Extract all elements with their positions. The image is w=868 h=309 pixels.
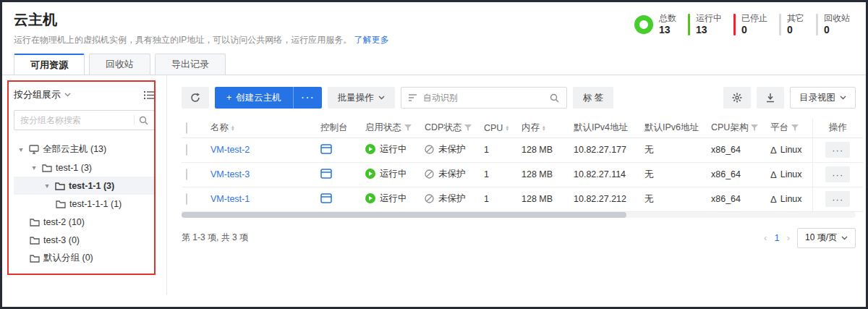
- search-icon[interactable]: [550, 93, 559, 103]
- select-all-checkbox[interactable]: [186, 122, 187, 134]
- row-checkbox[interactable]: [186, 169, 187, 180]
- refresh-icon: [190, 93, 200, 103]
- donut-chart-icon: [634, 15, 653, 34]
- header-left: 云主机 运行在物理机上的虚拟机实例，具有独立的IP地址，可以访问公共网络，运行应…: [14, 10, 389, 46]
- page-size-select[interactable]: 10 项/页: [797, 228, 856, 248]
- sort-icon[interactable]: ▴▾: [542, 125, 545, 131]
- table-row: VM-test-1 运行中 未保护 1 128 MB 10.82.27.212 …: [182, 187, 863, 211]
- cpu-value: 1: [484, 194, 489, 204]
- expand-arrow-icon[interactable]: ▾: [30, 164, 38, 172]
- tree-item-test-2[interactable]: test-2 (10): [14, 213, 155, 231]
- search-icon[interactable]: [139, 116, 148, 125]
- console-icon[interactable]: [320, 169, 332, 179]
- group-search-input[interactable]: [20, 115, 129, 125]
- create-vm-button[interactable]: + 创建云主机: [215, 87, 293, 109]
- memory-value: 128 MB: [522, 145, 553, 155]
- platform-value: Linux: [780, 194, 802, 204]
- col-cpu: CPU: [484, 123, 503, 133]
- vm-name-link[interactable]: VM-test-1: [210, 194, 250, 204]
- status-text: 运行中: [380, 192, 407, 205]
- filter-icon[interactable]: [791, 124, 799, 131]
- linux-icon: Δ: [770, 145, 777, 156]
- horizontal-scrollbar[interactable]: [182, 212, 856, 218]
- sort-icon[interactable]: ▴▾: [506, 125, 509, 131]
- stat-total: 总数 13: [634, 13, 676, 37]
- platform-value: Linux: [780, 169, 802, 179]
- folder-icon: [30, 236, 40, 245]
- learn-more-link[interactable]: 了解更多: [354, 35, 389, 45]
- table-row: VM-test-3 运行中 未保护 1 128 MB 10.82.27.114 …: [182, 162, 863, 187]
- status-text: 运行中: [380, 143, 407, 156]
- col-ipv6: 默认IPv6地址: [644, 122, 699, 132]
- chevron-down-icon: [841, 236, 848, 240]
- settings-button[interactable]: [723, 87, 751, 109]
- tree-item-test-3[interactable]: test-3 (0): [14, 231, 155, 249]
- create-vm-label: 创建云主机: [236, 92, 281, 104]
- group-mode-dropdown[interactable]: 按分组展示: [14, 88, 71, 101]
- chevron-down-icon: [378, 96, 385, 100]
- refresh-button[interactable]: [182, 87, 209, 109]
- tree-item-label: 默认分组 (0): [43, 252, 93, 264]
- linux-icon: Δ: [770, 194, 777, 205]
- page-number[interactable]: 1: [774, 232, 779, 243]
- tree-item-default-group[interactable]: 默认分组 (0): [14, 249, 155, 267]
- row-checkbox[interactable]: [186, 144, 187, 156]
- tree-item-test-1-1-1[interactable]: test-1-1-1 (1): [14, 195, 155, 213]
- view-mode-label: 目录视图: [799, 92, 835, 104]
- group-tree: ▾ 全部云主机 (13) ▾ test-1 (3) ▾ test-1-1 (3)…: [14, 140, 155, 267]
- list-view-icon[interactable]: [144, 90, 155, 100]
- sort-icon[interactable]: ▴▾: [231, 125, 234, 131]
- tab-recycle-bin[interactable]: 回收站: [89, 54, 150, 75]
- ipv6-value: 无: [644, 194, 654, 204]
- tree-item-test-1[interactable]: ▾ test-1 (3): [14, 158, 155, 177]
- vm-name-link[interactable]: VM-test-3: [210, 169, 250, 179]
- create-vm-split-button: + 创建云主机 ···: [215, 87, 322, 109]
- memory-value: 128 MB: [522, 169, 553, 179]
- batch-actions-dropdown[interactable]: 批量操作: [328, 87, 395, 109]
- expand-arrow-icon[interactable]: ▾: [17, 145, 25, 153]
- scrollbar-thumb[interactable]: [182, 212, 626, 218]
- unprotected-icon: [425, 145, 434, 154]
- tab-available-resources[interactable]: 可用资源: [14, 54, 85, 75]
- stat-recycle: 回收站 0: [816, 13, 850, 37]
- tree-item-all-vms[interactable]: ▾ 全部云主机 (13): [14, 140, 155, 158]
- col-platform: 平台: [770, 122, 788, 134]
- unprotected-icon: [425, 169, 434, 179]
- table-row: VM-test-2 运行中 未保护 1 128 MB 10.82.27.177 …: [182, 137, 863, 162]
- row-actions-button[interactable]: ···: [825, 191, 850, 207]
- tree-item-test-1-1[interactable]: ▾ test-1-1 (3): [14, 177, 155, 195]
- console-icon[interactable]: [320, 144, 332, 154]
- create-more-button[interactable]: ···: [293, 87, 322, 109]
- group-sidebar: 按分组展示 ▾ 全部云主机 (13): [2, 75, 167, 295]
- col-console: 控制台: [320, 122, 348, 132]
- tag-button[interactable]: 标 签: [573, 87, 613, 109]
- expand-arrow-icon[interactable]: ▾: [43, 182, 51, 190]
- download-button[interactable]: [757, 87, 784, 109]
- tree-item-label: test-1-1-1 (1): [69, 199, 122, 209]
- filter-icon[interactable]: [751, 124, 758, 131]
- stat-other-value: 0: [787, 24, 804, 37]
- table-header-row: 名称▴▾ 控制台 启用状态 CDP状态 CPU▴▾ 内存▴▾ 默认IPv4地址 …: [182, 119, 863, 137]
- download-icon: [765, 93, 775, 103]
- cpu-value: 1: [484, 169, 489, 179]
- filter-icon[interactable]: [464, 124, 472, 131]
- subtitle-text: 运行在物理机上的虚拟机实例，具有独立的IP地址，可以访问公共网络，运行应用服务。: [14, 35, 352, 45]
- stopped-bar-icon: [733, 14, 736, 35]
- monitor-icon: [29, 145, 39, 154]
- unprotected-icon: [425, 194, 434, 203]
- filter-icon[interactable]: [404, 124, 412, 131]
- tab-export-records[interactable]: 导出记录: [155, 54, 226, 75]
- row-actions-button[interactable]: ···: [825, 142, 850, 158]
- row-checkbox[interactable]: [186, 193, 187, 205]
- page-size-label: 10 项/页: [805, 232, 837, 244]
- view-mode-dropdown[interactable]: 目录视图: [790, 87, 856, 109]
- next-page-button[interactable]: ›: [787, 232, 790, 243]
- vm-search-input[interactable]: [423, 93, 544, 103]
- stat-total-value: 13: [659, 24, 676, 37]
- vm-name-link[interactable]: VM-test-2: [210, 145, 250, 155]
- prev-page-button[interactable]: ‹: [764, 232, 767, 243]
- batch-actions-label: 批量操作: [338, 92, 374, 104]
- tree-item-label: test-3 (0): [43, 235, 80, 245]
- row-actions-button[interactable]: ···: [825, 166, 850, 182]
- console-icon[interactable]: [320, 193, 332, 203]
